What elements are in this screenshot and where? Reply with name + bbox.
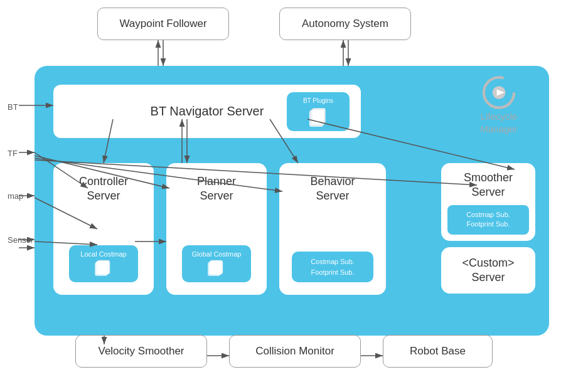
autonomy-system-box: Autonomy System	[279, 8, 411, 40]
bt-plugins-icon	[307, 107, 329, 127]
autonomy-system-label: Autonomy System	[302, 18, 388, 30]
bt-label: BT	[8, 102, 18, 112]
custom-server-box: <Custom>Server	[441, 247, 535, 294]
lifecycle-manager-label: LifecycleManager	[480, 110, 517, 135]
bt-navigator-box: BT Navigator Server BT Plugins	[53, 85, 361, 138]
behavior-costmap-box: Costmap Sub.Footprint Sub.	[292, 252, 373, 282]
robot-base-box: Robot Base	[383, 335, 493, 368]
map-label: map	[8, 191, 23, 201]
main-container: BT Navigator Server BT Plugins Lifecycle…	[35, 66, 549, 336]
waypoint-follower-box: Waypoint Follower	[97, 8, 229, 40]
svg-rect-11	[209, 261, 222, 275]
waypoint-follower-label: Waypoint Follower	[119, 18, 206, 30]
local-costmap-icon	[94, 260, 114, 277]
velocity-smoother-label: Velocity Smoother	[98, 345, 184, 358]
planner-server-box: PlannerServer Global Costmap	[166, 163, 267, 295]
velocity-smoother-box: Velocity Smoother	[75, 335, 207, 368]
local-costmap-label: Local Costmap	[80, 250, 126, 258]
tf-label: TF	[8, 149, 18, 158]
behavior-server-box: BehaviorServer Costmap Sub.Footprint Sub…	[279, 163, 386, 295]
global-costmap-label: Global Costmap	[192, 250, 242, 258]
planner-costmap-box: Global Costmap	[182, 245, 251, 282]
smoother-costmap-box: Costmap Sub.Footprint Sub.	[447, 205, 529, 235]
smoother-server-title: SmootherServer	[464, 171, 513, 198]
lifecycle-manager: LifecycleManager	[464, 75, 533, 135]
svg-rect-2	[311, 109, 324, 125]
behavior-costmap-label: Costmap Sub.Footprint Sub.	[311, 257, 355, 277]
planner-server-title: PlannerServer	[197, 174, 236, 204]
collision-monitor-label: Collision Monitor	[255, 345, 334, 358]
behavior-server-title: BehaviorServer	[310, 174, 355, 204]
diagram-container: Waypoint Follower Autonomy System BT TF …	[0, 0, 588, 377]
custom-server-title: <Custom>Server	[462, 257, 514, 284]
lifecycle-icon	[479, 75, 520, 110]
global-costmap-icon	[206, 260, 227, 277]
smoother-server-box: SmootherServer Costmap Sub.Footprint Sub…	[441, 163, 535, 241]
collision-monitor-box: Collision Monitor	[229, 335, 361, 368]
bt-navigator-title: BT Navigator Server	[151, 104, 264, 119]
smoother-costmap-label: Costmap Sub.Footprint Sub.	[466, 211, 510, 228]
controller-server-box: ControllerServer Local Costmap	[53, 163, 154, 295]
robot-base-label: Robot Base	[410, 345, 466, 358]
smoother-section: SmootherServer Costmap Sub.Footprint Sub…	[441, 163, 535, 294]
controller-costmap-box: Local Costmap	[69, 245, 138, 282]
svg-rect-8	[96, 261, 109, 275]
bt-plugins-label: BT Plugins	[303, 97, 333, 104]
bt-plugins-box: BT Plugins	[287, 92, 350, 131]
controller-server-title: ControllerServer	[79, 174, 128, 204]
